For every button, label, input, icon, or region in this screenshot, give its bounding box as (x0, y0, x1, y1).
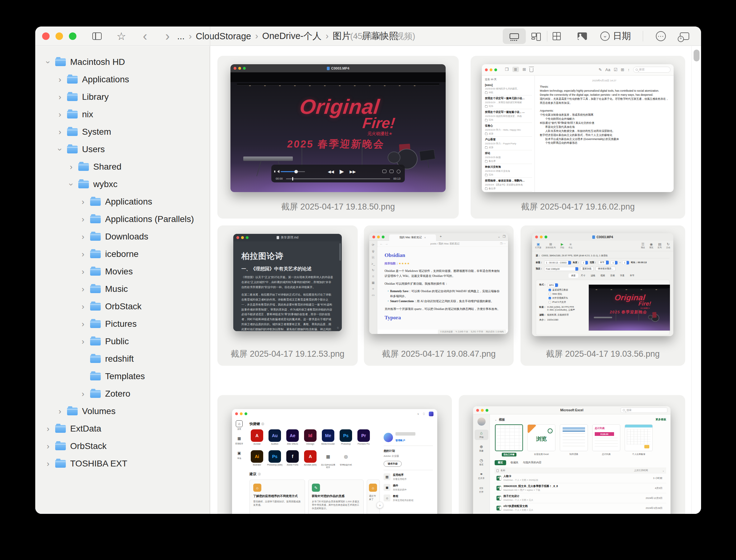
disclosure-chevron-icon[interactable]: › (78, 215, 88, 224)
sidebar-tree-item[interactable]: redshift (35, 350, 210, 368)
disclosure-chevron-icon[interactable]: › (43, 442, 53, 451)
sidebar-tree-item[interactable]: › Macintosh HD (35, 53, 210, 71)
disclosure-chevron-icon[interactable]: › (43, 57, 53, 67)
gallery-item-4[interactable]: 我的 Mac 装机笔记× + ⌄❒ ⟳ψ⎘>_↻⌑▦✧▭ ← → posts /… (364, 225, 514, 366)
sidebar-tree-item[interactable]: › OrbStack (35, 437, 210, 455)
new-window-button[interactable] (678, 27, 691, 46)
sidebar-tree-item[interactable]: › nix (35, 106, 210, 123)
avatar (477, 418, 486, 426)
more-icon[interactable] (397, 170, 400, 173)
sidebar-tree-item[interactable]: › Applications (Parallels) (35, 210, 210, 228)
rewind-button[interactable]: ◀◀ (328, 169, 334, 174)
breadcrumb-item[interactable]: OneDrive-个人 (251, 30, 322, 42)
disclosure-chevron-icon[interactable]: › (55, 75, 65, 84)
tab: 音频 (608, 273, 617, 278)
sidebar-tree-item[interactable]: › Library (35, 88, 210, 106)
sidebar-tree-item[interactable]: › Public (35, 333, 210, 350)
disclosure-chevron-icon[interactable]: › (78, 197, 88, 207)
close-button[interactable] (42, 32, 50, 40)
sidebar-tree-item[interactable]: › Movies (35, 263, 210, 280)
disclosure-chevron-icon[interactable]: › (78, 232, 88, 242)
trash-icon (530, 68, 533, 72)
disclosure-chevron-icon[interactable]: › (43, 459, 53, 469)
gallery-view-button[interactable] (503, 28, 526, 44)
list-view-button[interactable] (530, 27, 542, 46)
folder-name: iceborne (105, 249, 138, 259)
tab: 字幕 (617, 273, 627, 278)
pip-icon[interactable] (382, 170, 386, 173)
fast-forward-button[interactable]: ▶▶ (350, 169, 356, 174)
thumbnail-quicktime-video[interactable]: C0003.MP4 Original Fire! 元火动漫社★ 2025 春季迎… (230, 64, 446, 192)
folder-name: Templates (105, 371, 145, 381)
sidebar-tree-item[interactable]: › System (35, 123, 210, 141)
sidebar-tree-item[interactable]: › Zotero (35, 385, 210, 403)
disclosure-chevron-icon[interactable]: › (55, 407, 65, 416)
fullscreen-button[interactable] (69, 32, 76, 40)
sidebar-tree-item[interactable]: › Users (35, 141, 210, 158)
disclosure-chevron-icon[interactable]: › (55, 92, 65, 102)
back-icon[interactable]: ‹ (139, 27, 151, 46)
disclosure-chevron-icon[interactable]: › (66, 180, 76, 189)
breadcrumb-item[interactable]: ... (177, 31, 185, 41)
note-list-item: 神奈川没有海 2025/3/19 神奈川没有海 写作 (485, 164, 532, 178)
gallery-item-5[interactable]: C0003.MP4 ▣打开源⊞添加到队列▶开始■停止 ☰预设◉预览▤队列↻活动 … (521, 225, 685, 366)
sidebar-tree-item[interactable]: Templates (35, 368, 210, 385)
disclosure-chevron-icon[interactable]: › (55, 110, 65, 119)
disclosure-chevron-icon[interactable]: › (78, 249, 88, 259)
disclosure-chevron-icon[interactable]: › (43, 424, 53, 434)
disclosure-chevron-icon[interactable]: › (78, 319, 88, 329)
nav-home: ⌂开始 (475, 430, 488, 440)
disclosure-chevron-icon[interactable]: › (78, 302, 88, 311)
thumbnail-adobe-cc[interactable]: ◔ ♢ ⌂主页 ▦应用程序 ▣市场 快捷键i AA (232, 409, 437, 514)
note-list-item: 排论 2025/3/25 标题 备忘录 (485, 150, 532, 164)
folder-name: Pictures (105, 319, 137, 329)
player-controls: ◀◀ ▶ ▶▶ 00:00 00:13 (271, 165, 405, 182)
play-button[interactable]: ▶ (340, 168, 344, 175)
disclosure-chevron-icon[interactable]: › (55, 127, 65, 137)
favorites-star-icon[interactable]: ☆ (114, 27, 128, 46)
sidebar-tree-item[interactable]: › Music (35, 280, 210, 298)
aspect-icon[interactable] (390, 170, 394, 173)
gallery-item-3[interactable]: 美学原理.md 柏拉图论诗 一、《理想国》中有关艺术的论述 《理想国》以关于“正… (217, 225, 358, 366)
more-options-button[interactable]: ⋯ (654, 27, 668, 46)
timeline-scrubber[interactable] (286, 178, 390, 179)
scrollbar-thumb[interactable] (694, 50, 700, 61)
sidebar-tree-item[interactable]: › Applications (35, 193, 210, 210)
disclosure-chevron-icon[interactable]: › (66, 162, 76, 172)
sidebar-tree-item[interactable]: › TOSHIBA EXT (35, 455, 210, 472)
gallery-item-1[interactable]: C0003.MP4 Original Fire! 元火动漫社★ 2025 春季迎… (217, 56, 459, 219)
thumbnail-notes-app[interactable]: ❒ ≣ ⊞ ✎ Aa ☑ ⊞ ↑ 搜索 (482, 64, 674, 192)
document-icon (327, 67, 330, 70)
sidebar-tree-item[interactable]: › Pictures (35, 315, 210, 333)
thumbnail-markdown-editor[interactable]: 美学原理.md 柏拉图论诗 一、《理想国》中有关艺术的论述 《理想国》以关于“正… (233, 234, 342, 331)
sidebar-toggle-icon[interactable] (91, 27, 103, 46)
breadcrumb-item[interactable]: 图片 (322, 30, 351, 42)
grid-view-button[interactable] (550, 27, 563, 46)
disclosure-chevron-icon[interactable]: › (78, 389, 88, 399)
sidebar-tree-item[interactable]: › OrbStack (35, 298, 210, 315)
thumbnail-handbrake[interactable]: C0003.MP4 ▣打开源⊞添加到队列▶开始■停止 ☰预设◉预览▤队列↻活动 … (532, 233, 673, 336)
sidebar-tree-item[interactable]: › Shared (35, 158, 210, 176)
disclosure-chevron-icon[interactable]: › (78, 267, 88, 277)
sidebar-tree-item[interactable]: › iceborne (35, 245, 210, 263)
md-paragraph: 在第二卷末尾，柏拉图开始了对诗歌的正式讨论。柏拉图首先讨论了诗歌在教育城邦保卫者… (241, 292, 334, 331)
sidebar-tree-item[interactable]: › Volumes (35, 403, 210, 420)
gallery-item-6[interactable]: ◔ ♢ ⌂主页 ▦应用程序 ▣市场 快捷键i AA (217, 395, 452, 514)
forward-icon[interactable]: › (161, 27, 174, 46)
disclosure-chevron-icon[interactable]: › (78, 284, 88, 294)
sort-by-date-button[interactable]: ⌄ 日期 (600, 27, 631, 46)
gallery-item-2[interactable]: ❒ ≣ ⊞ ✎ Aa ☑ ⊞ ↑ 搜索 (471, 56, 685, 219)
thumbnail-obsidian[interactable]: 我的 Mac 装机笔记× + ⌄❒ ⟳ψ⎘>_↻⌑▦✧▭ ← → posts /… (369, 233, 508, 334)
sidebar-tree-item[interactable]: › Applications (35, 71, 210, 88)
gallery-item-7[interactable]: Microsoft Excel 搜索 ⌂开始 ⊕新建 ◷最近 ⚭已共享 ▭打开 … (459, 395, 685, 514)
volume-slider[interactable] (281, 171, 305, 172)
disclosure-chevron-icon[interactable]: › (78, 337, 88, 346)
preview-button[interactable] (575, 27, 589, 46)
breadcrumb-item[interactable]: CloudStorage (185, 31, 251, 41)
sidebar-tree-item[interactable]: › ExtData (35, 420, 210, 437)
disclosure-chevron-icon[interactable]: › (55, 145, 65, 154)
sidebar-tree-item[interactable]: › wybxc (35, 176, 210, 193)
minimize-button[interactable] (56, 32, 63, 40)
thumbnail-excel[interactable]: Microsoft Excel 搜索 ⌂开始 ⊕新建 ◷最近 ⚭已共享 ▭打开 … (473, 406, 671, 514)
sidebar-tree-item[interactable]: › Downloads (35, 228, 210, 245)
